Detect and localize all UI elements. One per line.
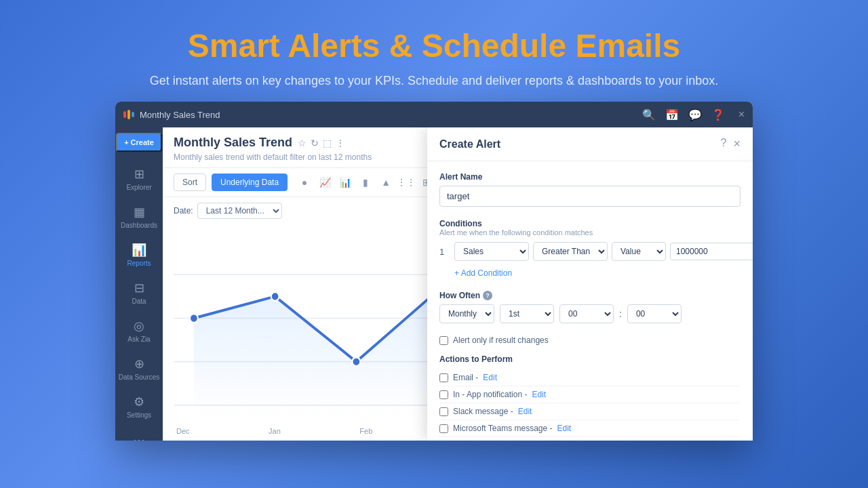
email-checkbox[interactable] — [439, 373, 448, 382]
sidebar-item-ask-zia[interactable]: ◎ Ask Zia — [115, 312, 163, 350]
app-window: Monthly Sales Trend 🔍 📅 💬 ❓ × + Create ⊞… — [115, 102, 753, 441]
search-icon[interactable]: 🔍 — [642, 108, 656, 121]
more-options-icon[interactable]: ⋮ — [336, 138, 345, 148]
modal-body: Alert Name Conditions Alert me when the … — [427, 161, 753, 441]
how-often-section: How Often ? Monthly Daily Weekly Hourly — [439, 291, 741, 323]
title-bar-icons: 🔍 📅 💬 ❓ — [642, 108, 725, 121]
condition-type-select[interactable]: Value Percentage — [612, 242, 666, 261]
star-icon[interactable]: ☆ — [298, 138, 307, 148]
app-logo — [123, 108, 136, 121]
email-edit-link[interactable]: Edit — [483, 373, 497, 382]
alert-name-input[interactable] — [439, 186, 741, 207]
chat-icon[interactable]: 💬 — [688, 108, 702, 121]
line-chart-icon[interactable]: 📈 — [316, 174, 334, 191]
conditions-section: Conditions Alert me when the following c… — [439, 219, 741, 279]
app-body: + Create ⊞ Explorer ▦ Dashboards 📊 Repor… — [115, 127, 753, 441]
sidebar-label-data-sources: Data Sources — [119, 373, 160, 381]
actions-section: Actions to Perform Email - Edit In - App… — [439, 354, 741, 441]
slack-label: Slack message - — [453, 407, 513, 416]
sort-button[interactable]: Sort — [174, 174, 206, 191]
in-app-label: In - App notification - — [453, 390, 527, 399]
sidebar-label-reports: Reports — [127, 260, 151, 267]
how-often-text: How Often — [439, 291, 480, 300]
alert-only-row: Alert only if result changes — [439, 336, 741, 345]
report-title-icons: ☆ ↻ ⬚ ⋮ — [298, 138, 345, 148]
teams-checkbox[interactable] — [439, 424, 448, 433]
calendar-icon[interactable]: 📅 — [665, 108, 679, 121]
settings-icon: ⚙ — [134, 394, 144, 409]
teams-edit-link[interactable]: Edit — [557, 424, 572, 433]
sidebar-item-dashboards[interactable]: ▦ Dashboards — [115, 198, 163, 236]
sidebar-label-settings: Settings — [127, 411, 151, 419]
refresh-icon[interactable]: ↻ — [311, 138, 319, 148]
report-title: Monthly Sales Trend — [174, 136, 292, 150]
svg-point-6 — [271, 292, 279, 301]
data-icon: ⊟ — [134, 281, 144, 296]
bar-chart-icon[interactable]: 📊 — [336, 174, 354, 191]
help-icon[interactable]: ❓ — [711, 108, 725, 121]
frequency-select[interactable]: Monthly Daily Weekly Hourly — [439, 304, 494, 323]
how-often-label: How Often ? — [439, 291, 741, 300]
minute-select[interactable]: 00 15 30 45 — [627, 304, 682, 323]
scatter-icon[interactable]: ⋮⋮ — [397, 174, 415, 191]
actions-label: Actions to Perform — [439, 354, 741, 364]
underlying-data-button[interactable]: Underlying Data — [212, 174, 288, 191]
sidebar-label-explorer: Explorer — [126, 184, 151, 191]
sidebar-item-settings[interactable]: ⚙ Settings — [115, 388, 163, 426]
date-filter-select[interactable]: Last 12 Month... Last 6 Months This Year… — [197, 203, 282, 219]
sidebar-item-more[interactable]: ⋯ More — [115, 426, 163, 441]
sidebar-item-data[interactable]: ⊟ Data — [115, 274, 163, 312]
svg-point-5 — [190, 314, 198, 323]
conditions-label: Conditions — [439, 219, 741, 228]
slack-edit-link[interactable]: Edit — [518, 407, 532, 416]
dashboards-icon: ▦ — [134, 205, 145, 220]
action-teams-row: Microsoft Teams message - Edit — [439, 420, 741, 437]
reports-icon: 📊 — [132, 243, 146, 258]
area-chart-icon[interactable]: ▲ — [377, 174, 395, 191]
in-app-checkbox[interactable] — [439, 390, 448, 399]
condition-operator-select[interactable]: Greater Than Less Than Equal To — [533, 242, 608, 261]
sidebar-item-explorer[interactable]: ⊞ Explorer — [115, 160, 163, 198]
more-icon: ⋯ — [133, 432, 145, 441]
close-icon[interactable]: × — [738, 108, 745, 121]
hero-section: Smart Alerts & Schedule Emails Get insta… — [136, 0, 732, 102]
condition-threshold-input[interactable] — [670, 243, 753, 260]
pie-chart-icon[interactable]: ● — [296, 174, 313, 191]
hero-subtitle: Get instant alerts on key changes to you… — [150, 74, 718, 88]
modal-help-icon[interactable]: ? — [721, 137, 727, 151]
hero-title: Smart Alerts & Schedule Emails — [150, 27, 718, 64]
day-select[interactable]: 1st 2nd 3rd 4th 5th — [500, 304, 554, 323]
modal-close-icon[interactable]: × — [733, 137, 741, 151]
report-panel: Monthly Sales Trend ☆ ↻ ⬚ ⋮ Monthly sale… — [163, 127, 753, 441]
modal-header: Create Alert ? × — [427, 127, 753, 161]
title-bar-text: Monthly Sales Trend — [140, 110, 642, 120]
create-button[interactable]: + Create — [116, 133, 162, 152]
date-filter-label: Date: — [174, 206, 193, 216]
slack-checkbox[interactable] — [439, 407, 448, 416]
svg-point-7 — [352, 357, 360, 366]
modal-title: Create Alert — [439, 138, 500, 150]
action-webhook-row: Webhook request - Edit — [439, 437, 741, 441]
how-often-help-icon[interactable]: ? — [483, 291, 492, 300]
modal-header-icons: ? × — [721, 137, 741, 151]
add-condition-button[interactable]: + Add Condition — [454, 268, 512, 278]
explorer-icon: ⊞ — [134, 167, 144, 182]
how-often-row: Monthly Daily Weekly Hourly 1st 2nd 3rd — [439, 304, 741, 323]
fullscreen-icon[interactable]: ⬚ — [323, 138, 332, 148]
alert-only-checkbox[interactable] — [439, 336, 448, 345]
action-email-row: Email - Edit — [439, 369, 741, 386]
teams-label: Microsoft Teams message - — [453, 424, 553, 433]
time-separator: : — [619, 308, 622, 319]
alert-name-label: Alert Name — [439, 172, 741, 182]
hour-select[interactable]: 00 01 06 12 — [559, 304, 614, 323]
sidebar-label-dashboards: Dashboards — [121, 222, 157, 229]
sidebar-label-ask-zia: Ask Zia — [127, 336, 150, 343]
action-slack-row: Slack message - Edit — [439, 403, 741, 420]
column-chart-icon[interactable]: ▮ — [357, 174, 374, 191]
in-app-edit-link[interactable]: Edit — [532, 390, 546, 399]
sidebar-label-data: Data — [132, 298, 146, 305]
x-label-feb: Feb — [359, 427, 372, 435]
sidebar-item-reports[interactable]: 📊 Reports — [115, 236, 163, 274]
sidebar-item-data-sources[interactable]: ⊕ Data Sources — [115, 350, 163, 388]
condition-field-select[interactable]: Sales Revenue Profit — [454, 242, 529, 261]
